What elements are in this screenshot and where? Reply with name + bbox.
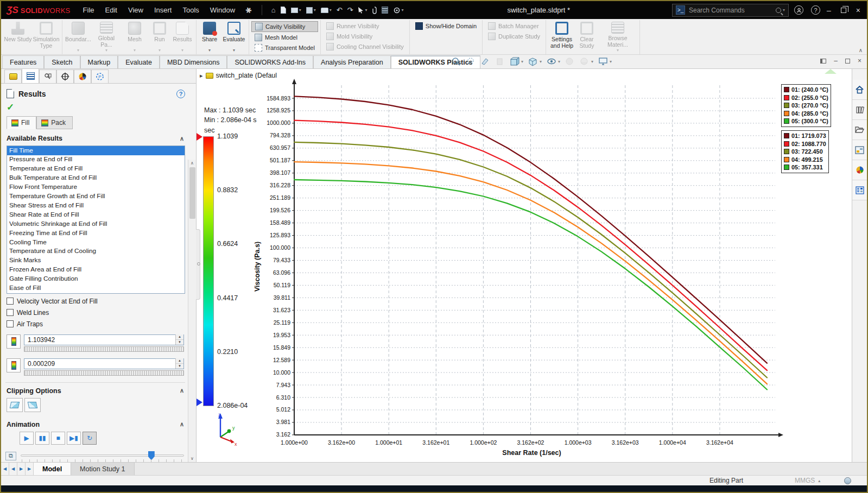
- result-list-item[interactable]: Temperature at End of Cooling: [7, 247, 185, 256]
- print-button[interactable]: ▾: [319, 7, 333, 14]
- cavity-visibility-button[interactable]: Cavity Visibility: [251, 21, 318, 32]
- result-list-item[interactable]: Bulk Temperature at End of Fill: [7, 174, 185, 183]
- previous-view-icon[interactable]: [495, 56, 505, 66]
- checkbox[interactable]: [7, 298, 14, 305]
- commandmanager-tab[interactable]: Analysis Preparation: [313, 55, 391, 68]
- hide-show-dropdown[interactable]: ▾: [558, 59, 560, 64]
- result-checkbox-row[interactable]: Air Traps: [7, 320, 184, 328]
- scene-dropdown[interactable]: ▾: [591, 59, 593, 64]
- mold-visibility-button[interactable]: Mold Visibility: [323, 31, 407, 41]
- tab-appearances[interactable]: [74, 69, 91, 83]
- scale-max-icon[interactable]: [7, 334, 21, 349]
- result-list-item[interactable]: Shear Stress at End of Fill: [7, 201, 185, 210]
- view-palette-icon[interactable]: [852, 140, 867, 160]
- units-selector[interactable]: MMGS▴: [795, 477, 820, 484]
- display-style-icon[interactable]: [528, 56, 538, 66]
- home-button[interactable]: ⌂: [270, 5, 277, 15]
- view-settings-icon[interactable]: [598, 56, 608, 66]
- options-gear-button[interactable]: ▾: [391, 5, 406, 15]
- hide-show-items-icon[interactable]: [546, 56, 556, 66]
- first-tab-button[interactable]: ◀: [1, 463, 9, 475]
- design-library-icon[interactable]: [852, 100, 867, 120]
- result-list-item[interactable]: Fill Time: [7, 146, 185, 155]
- play-button[interactable]: ▶: [20, 432, 34, 445]
- simulation-type-button[interactable]: Simulation Type: [32, 21, 60, 54]
- min-value-input[interactable]: 0.000209 ▲▼: [24, 358, 184, 369]
- result-checkbox-row[interactable]: Weld Lines: [7, 309, 184, 317]
- search-icon[interactable]: [776, 8, 781, 13]
- search-input[interactable]: Search Commands: [689, 7, 776, 14]
- feature-tree-item[interactable]: ▸ switch_plate (Defaul: [200, 72, 277, 79]
- checkbox[interactable]: [7, 309, 14, 316]
- menu-item[interactable]: File: [78, 4, 99, 16]
- run-button[interactable]: Run▾: [149, 21, 170, 54]
- scroll-down-icon[interactable]: ∨: [191, 456, 194, 461]
- doc-restore-button[interactable]: [845, 59, 850, 64]
- clear-study-button[interactable]: Clear Study: [576, 21, 598, 54]
- zoom-to-fit-icon[interactable]: [451, 56, 461, 66]
- search-commands-box[interactable]: >_ Search Commands ▾: [672, 4, 789, 17]
- menu-item[interactable]: Window: [205, 4, 240, 16]
- close-button[interactable]: ×: [856, 6, 860, 15]
- clipping-plane-button[interactable]: [7, 398, 23, 412]
- result-list-item[interactable]: Temperature at End of Fill: [7, 165, 185, 174]
- stop-button[interactable]: ■: [51, 432, 65, 445]
- flip-clipping-button[interactable]: [24, 398, 41, 412]
- colorbar-min-marker[interactable]: [197, 399, 202, 406]
- menu-item[interactable]: Tools: [178, 4, 204, 16]
- panel-splitter-handle[interactable]: [196, 229, 200, 300]
- undo-button[interactable]: ↶: [335, 5, 344, 15]
- doc-minimize-button[interactable]: –: [834, 57, 838, 65]
- zoom-to-area-icon[interactable]: [465, 56, 476, 66]
- result-list-item[interactable]: Gate Filling Contribution: [7, 275, 185, 284]
- animation-collapse-icon[interactable]: ∧: [180, 421, 184, 428]
- result-list-item[interactable]: Sink Marks: [7, 256, 185, 266]
- pin-icon[interactable]: ✱: [244, 5, 254, 16]
- result-stage-tab[interactable]: Fill: [7, 116, 36, 129]
- min-value-slider[interactable]: [24, 370, 184, 376]
- duplicate-study-button[interactable]: Duplicate Study: [485, 31, 543, 41]
- help-icon[interactable]: ?: [811, 5, 820, 15]
- new-study-button[interactable]: New Study: [4, 21, 32, 54]
- results-button[interactable]: Results▾: [170, 21, 194, 54]
- display-style-dropdown[interactable]: ▾: [540, 59, 542, 64]
- batch-manager-button[interactable]: Batch Manager: [485, 21, 543, 31]
- result-list-item[interactable]: Volumetric Shrinkage at End of Fill: [7, 219, 185, 229]
- frame-slider[interactable]: [21, 450, 184, 462]
- tree-expander-icon[interactable]: ▸: [200, 72, 203, 79]
- result-checkbox-row[interactable]: Velocity Vector at End of Fill: [7, 298, 184, 305]
- available-results-listbox[interactable]: Fill TimePressure at End of FillTemperat…: [7, 146, 185, 294]
- global-parameters-button[interactable]: Global Pa...▾: [92, 21, 121, 54]
- available-results-collapse-icon[interactable]: ∧: [180, 135, 184, 142]
- menu-item[interactable]: Insert: [149, 4, 177, 16]
- mesh-model-button[interactable]: Mesh Model: [251, 33, 318, 42]
- home-tab-icon[interactable]: [852, 80, 867, 100]
- commandmanager-tab[interactable]: SOLIDWORKS Add-Ins: [227, 55, 313, 68]
- commandmanager-tab[interactable]: MBD Dimensions: [160, 55, 227, 68]
- scrollbar-thumb[interactable]: [189, 167, 195, 219]
- min-spinner[interactable]: ▲▼: [175, 358, 183, 369]
- result-stage-tab[interactable]: Pack: [36, 116, 73, 129]
- task-list-icon[interactable]: [380, 5, 390, 15]
- commandmanager-tab[interactable]: Sketch: [44, 55, 80, 68]
- scroll-up-icon[interactable]: ∧: [191, 161, 194, 166]
- share-button[interactable]: Share▾: [198, 21, 221, 54]
- view-orientation-dropdown[interactable]: ▾: [521, 59, 523, 64]
- transparent-model-button[interactable]: Transparent Model: [251, 43, 318, 53]
- result-list-item[interactable]: Cooling Time: [7, 238, 185, 247]
- tab-plastics-manager[interactable]: [4, 69, 22, 83]
- result-list-item[interactable]: Temperature Growth at End of Fill: [7, 192, 185, 201]
- save-button[interactable]: ▾: [305, 6, 318, 15]
- open-button[interactable]: ▾: [289, 7, 303, 14]
- step-button[interactable]: ▶▮: [67, 432, 81, 445]
- commandmanager-tab[interactable]: Markup: [80, 55, 118, 68]
- file-explorer-icon[interactable]: [852, 120, 867, 140]
- result-list-item[interactable]: Shear Rate at End of Fill: [7, 210, 185, 219]
- max-value-input[interactable]: 1.103942 ▲▼: [24, 334, 184, 345]
- show-hide-domain-button[interactable]: Show/Hide Domain: [412, 21, 480, 31]
- view-settings-dropdown[interactable]: ▾: [610, 59, 612, 64]
- view-orientation-icon[interactable]: [509, 56, 519, 66]
- boundary-button[interactable]: Boundar...▾: [64, 21, 92, 54]
- attachment-icon[interactable]: [371, 5, 378, 15]
- tab-plastics-settings[interactable]: P: [91, 69, 109, 83]
